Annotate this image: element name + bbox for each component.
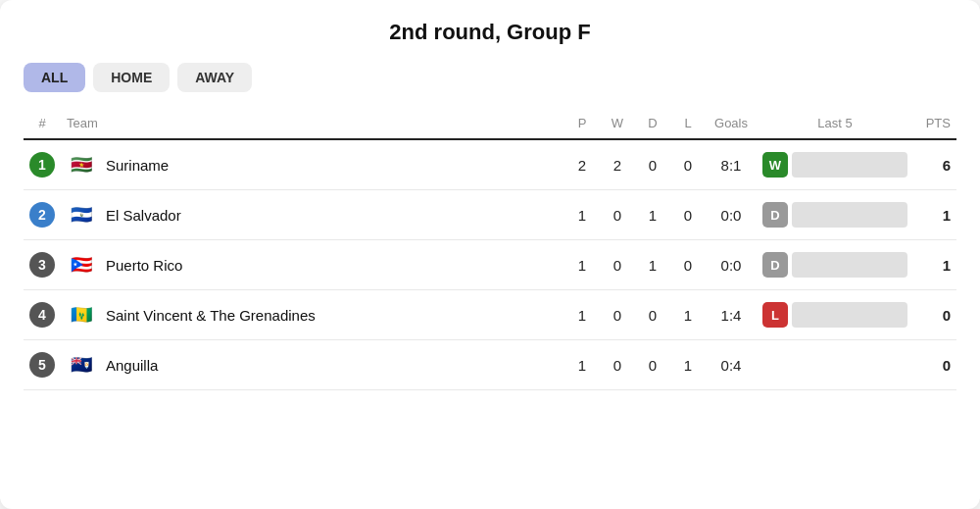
stat-p: 1 bbox=[564, 290, 600, 340]
col-last5: Last 5 bbox=[757, 110, 913, 139]
stat-w: 0 bbox=[600, 340, 635, 390]
stat-p: 1 bbox=[564, 240, 600, 290]
col-d: D bbox=[635, 110, 670, 139]
flag-icon: 🇸🇷 bbox=[67, 150, 96, 179]
result-badge-w: W bbox=[762, 152, 788, 178]
pts-cell: 0 bbox=[913, 290, 956, 340]
stat-d: 1 bbox=[635, 240, 670, 290]
pts-cell: 0 bbox=[913, 340, 956, 390]
table-row: 2🇸🇻El Salvador10100:0D1 bbox=[24, 190, 956, 240]
rank-badge: 3 bbox=[29, 252, 55, 278]
table-header: # Team P W D L Goals Last 5 PTS bbox=[24, 110, 956, 139]
stat-w: 0 bbox=[600, 240, 635, 290]
result-badge-d: D bbox=[762, 202, 788, 228]
standings-card: 2nd round, Group F ALLHOMEAWAY # Team P … bbox=[0, 0, 980, 509]
col-goals: Goals bbox=[706, 110, 757, 139]
rank-badge: 5 bbox=[29, 352, 55, 378]
stat-p: 1 bbox=[564, 340, 600, 390]
last5-cell: D bbox=[757, 190, 913, 240]
col-p: P bbox=[564, 110, 600, 139]
team-name: El Salvador bbox=[106, 207, 181, 224]
pts-cell: 1 bbox=[913, 190, 956, 240]
stat-l: 0 bbox=[670, 240, 706, 290]
table-row: 1🇸🇷Suriname22008:1W6 bbox=[24, 139, 956, 190]
team-cell: 🇵🇷Puerto Rico bbox=[61, 240, 564, 290]
stat-d: 1 bbox=[635, 190, 670, 240]
result-badge-d: D bbox=[762, 252, 788, 278]
table-row: 3🇵🇷Puerto Rico10100:0D1 bbox=[24, 240, 956, 290]
result-badge-l: L bbox=[762, 302, 788, 328]
col-team: Team bbox=[61, 110, 564, 139]
rank-cell: 3 bbox=[24, 240, 61, 290]
team-cell: 🇻🇨Saint Vincent & The Grenadines bbox=[61, 290, 564, 340]
last5-cell: W bbox=[757, 139, 913, 190]
stat-d: 0 bbox=[635, 340, 670, 390]
stat-l: 1 bbox=[670, 290, 706, 340]
pts-cell: 1 bbox=[913, 240, 956, 290]
result-bar bbox=[792, 252, 907, 278]
filter-btn-home[interactable]: HOME bbox=[93, 63, 170, 92]
rank-cell: 5 bbox=[24, 340, 61, 390]
team-name: Anguilla bbox=[106, 357, 158, 374]
rank-badge: 4 bbox=[29, 302, 55, 328]
goals-cell: 0:4 bbox=[706, 340, 757, 390]
stat-p: 2 bbox=[564, 139, 600, 190]
stat-l: 0 bbox=[670, 139, 706, 190]
last5-cell: D bbox=[757, 240, 913, 290]
result-bar bbox=[792, 202, 907, 228]
standings-table: # Team P W D L Goals Last 5 PTS 1🇸🇷Surin… bbox=[24, 110, 956, 390]
stat-l: 1 bbox=[670, 340, 706, 390]
col-l: L bbox=[670, 110, 706, 139]
page-title: 2nd round, Group F bbox=[24, 20, 956, 45]
stat-d: 0 bbox=[635, 139, 670, 190]
flag-icon: 🇻🇨 bbox=[67, 300, 96, 330]
result-bar bbox=[792, 152, 907, 178]
col-pts: PTS bbox=[913, 110, 956, 139]
table-row: 4🇻🇨Saint Vincent & The Grenadines10011:4… bbox=[24, 290, 956, 340]
team-name: Puerto Rico bbox=[106, 257, 182, 274]
stat-d: 0 bbox=[635, 290, 670, 340]
team-name: Suriname bbox=[106, 157, 169, 174]
last5-cell bbox=[757, 340, 913, 390]
col-w: W bbox=[600, 110, 635, 139]
last5-cell: L bbox=[757, 290, 913, 340]
rank-badge: 1 bbox=[29, 152, 55, 178]
filter-row: ALLHOMEAWAY bbox=[24, 63, 956, 92]
col-rank: # bbox=[24, 110, 61, 139]
stat-w: 0 bbox=[600, 190, 635, 240]
team-cell: 🇸🇷Suriname bbox=[61, 139, 564, 190]
rank-cell: 4 bbox=[24, 290, 61, 340]
stat-p: 1 bbox=[564, 190, 600, 240]
team-cell: 🇦🇮Anguilla bbox=[61, 340, 564, 390]
filter-btn-away[interactable]: AWAY bbox=[177, 63, 252, 92]
team-name: Saint Vincent & The Grenadines bbox=[106, 307, 316, 324]
goals-cell: 8:1 bbox=[706, 139, 757, 190]
goals-cell: 0:0 bbox=[706, 190, 757, 240]
flag-icon: 🇦🇮 bbox=[67, 350, 96, 380]
pts-cell: 6 bbox=[913, 139, 956, 190]
result-bar bbox=[792, 302, 907, 328]
goals-cell: 0:0 bbox=[706, 240, 757, 290]
team-cell: 🇸🇻El Salvador bbox=[61, 190, 564, 240]
stat-w: 0 bbox=[600, 290, 635, 340]
rank-cell: 2 bbox=[24, 190, 61, 240]
flag-icon: 🇸🇻 bbox=[67, 200, 96, 229]
filter-btn-all[interactable]: ALL bbox=[24, 63, 85, 92]
stat-w: 2 bbox=[600, 139, 635, 190]
rank-badge: 2 bbox=[29, 202, 55, 228]
stat-l: 0 bbox=[670, 190, 706, 240]
flag-icon: 🇵🇷 bbox=[67, 250, 96, 280]
goals-cell: 1:4 bbox=[706, 290, 757, 340]
rank-cell: 1 bbox=[24, 139, 61, 190]
table-row: 5🇦🇮Anguilla10010:40 bbox=[24, 340, 956, 390]
